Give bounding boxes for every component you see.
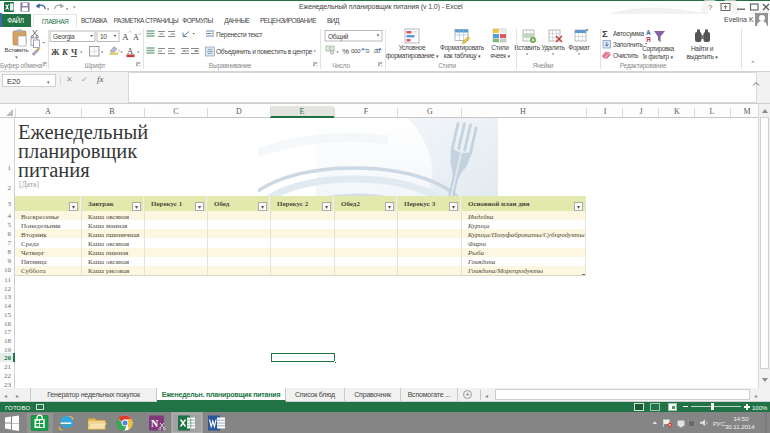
svg-text:К: К: [61, 47, 69, 57]
svg-text:Условное: Условное: [399, 44, 426, 51]
svg-text:Georgia: Georgia: [53, 33, 75, 41]
svg-text:Σ: Σ: [602, 28, 608, 39]
svg-text:10: 10: [100, 33, 107, 40]
svg-text:А: А: [646, 29, 651, 36]
svg-text:Форматировать: Форматировать: [440, 44, 485, 52]
svg-text:Заполнить: Заполнить: [613, 41, 644, 48]
svg-text:%: %: [342, 47, 349, 56]
svg-text:Перенести текст: Перенести текст: [216, 31, 263, 39]
svg-text:Очистить: Очистить: [613, 52, 639, 59]
svg-text:.0: .0: [365, 48, 369, 54]
svg-text:Автосумма: Автосумма: [613, 30, 645, 38]
svg-text:и фильтр ▾: и фильтр ▾: [643, 53, 673, 61]
svg-text:Вставить: Вставить: [514, 44, 540, 51]
svg-text:ячеек ▾: ячеек ▾: [490, 52, 510, 59]
svg-text:Я: Я: [646, 36, 651, 43]
svg-text:N: N: [151, 418, 159, 429]
svg-text:000: 000: [351, 48, 361, 54]
svg-text:Удалить: Удалить: [541, 44, 565, 52]
svg-text:Ж: Ж: [51, 47, 60, 57]
svg-text:форматирование ▾: форматирование ▾: [386, 52, 439, 60]
svg-text:Ч: Ч: [71, 47, 78, 57]
svg-text:14:50: 14:50: [733, 416, 749, 422]
svg-text:Объединить и поместить в центр: Объединить и поместить в центре: [216, 48, 313, 56]
svg-text:Найти и: Найти и: [691, 45, 714, 52]
svg-text:РУС: РУС: [713, 421, 726, 427]
svg-text:А: А: [127, 46, 134, 56]
svg-text:Формат: Формат: [568, 44, 590, 52]
svg-text:Стили: Стили: [491, 44, 509, 51]
svg-text:А: А: [133, 33, 139, 42]
svg-text:30.11.2014: 30.11.2014: [725, 424, 755, 430]
svg-text:выделить ▾: выделить ▾: [687, 53, 719, 61]
svg-text:Сортировка: Сортировка: [642, 45, 674, 53]
svg-text:?: ?: [708, 3, 713, 12]
svg-text:как таблицу ▾: как таблицу ▾: [444, 52, 481, 60]
svg-text:А: А: [122, 32, 129, 42]
svg-text:Вставить: Вставить: [5, 46, 29, 53]
svg-text:Общий: Общий: [328, 33, 349, 41]
svg-text:.00: .00: [373, 48, 380, 54]
